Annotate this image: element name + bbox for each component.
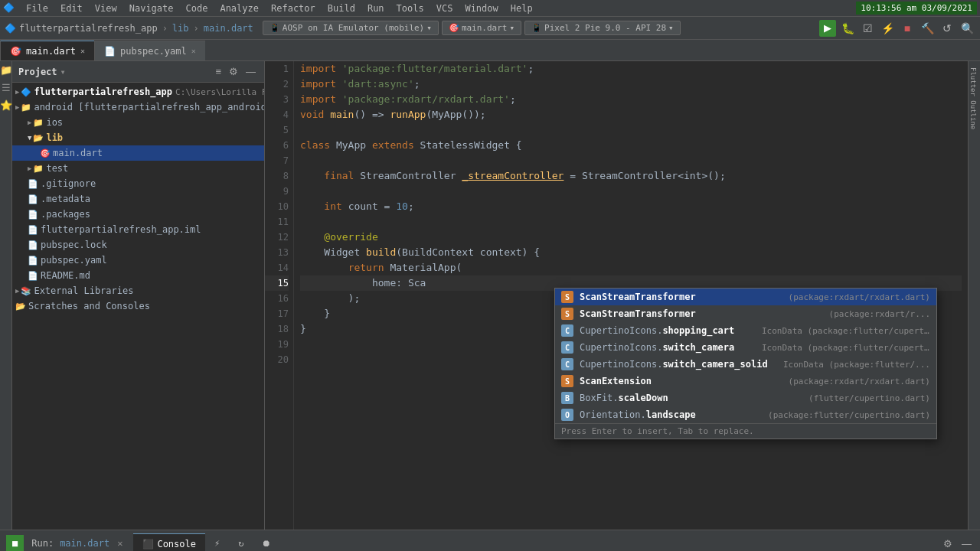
run-button[interactable]: ▶ [819, 20, 836, 37]
code-editor[interactable]: 1 2 3 4 5 6 7 8 9 10 11 12 13 14 15 16 1… [265, 61, 968, 530]
run-close-icon[interactable]: ✕ [117, 538, 122, 549]
iml-icon: 📄 [28, 225, 38, 235]
tree-item-pubspec-lock[interactable]: 📄 pubspec.lock [12, 237, 264, 253]
ac-item-6[interactable]: S ScanExtension (package:rxdart/rxdart.d… [555, 373, 936, 390]
menu-bar: 🔷 File Edit View Navigate Code Analyze R… [0, 0, 980, 17]
breadcrumb-lib[interactable]: lib [172, 23, 189, 34]
bottom-settings-btn[interactable]: ⚙ [941, 537, 955, 550]
menu-tools[interactable]: Tools [390, 2, 430, 15]
ac-type-8: (package:flutter/cupertino.dart) [768, 410, 930, 420]
project-toggle-icon[interactable]: 📁 [0, 64, 12, 76]
menu-build[interactable]: Build [322, 2, 361, 15]
emulator-selector[interactable]: 📱 AOSP on IA Emulator (mobile) ▾ [263, 21, 439, 35]
tab-pubspec-yaml[interactable]: 📄 pubspec.yaml ✕ [94, 41, 205, 60]
ac-item-8[interactable]: O Orientation.landscape (package:flutter… [555, 406, 936, 423]
tree-item-readme[interactable]: 📄 README.md [12, 268, 264, 283]
bottom-tab-console[interactable]: ⬛ Console [133, 533, 205, 551]
project-tree: ▶ 🔷 flutterpartialrefresh_app C:\Users\L… [12, 83, 264, 530]
stop-button[interactable]: ■ [899, 20, 916, 37]
structure-icon[interactable]: ☰ [2, 82, 11, 93]
run-file-label[interactable]: main.dart [60, 538, 109, 549]
build-button[interactable]: 🔨 [919, 20, 936, 37]
tree-item-gitignore[interactable]: 📄 .gitignore [12, 176, 264, 191]
emulator-dropdown-icon: ▾ [426, 23, 432, 33]
ac-name-3: CupertinoIcons.shopping_cart [580, 325, 756, 336]
tree-item-ios[interactable]: ▶ 📁 ios [12, 115, 264, 130]
search-everywhere-button[interactable]: 🔍 [959, 20, 975, 37]
tree-label-ext-libs: External Libraries [34, 285, 133, 296]
menu-code[interactable]: Code [180, 2, 214, 15]
panel-settings[interactable]: ⚙ [227, 65, 240, 78]
flutter-reload[interactable]: ↺ [939, 20, 956, 37]
ac-icon-2: S [561, 308, 573, 320]
yaml-file-icon: 📄 [104, 46, 116, 57]
left-strip: 📁 ☰ ⭐ [0, 61, 12, 530]
main-dart-icon: 🎯 [40, 148, 51, 158]
brand-name[interactable]: flutterpartialrefresh_app [19, 23, 158, 34]
tab-pubspec-close[interactable]: ✕ [191, 47, 196, 55]
bottom-tab-record[interactable]: ⏺ [253, 533, 280, 551]
tab-main-dart-label: main.dart [26, 46, 76, 57]
bottom-tab-lightning[interactable]: ⚡ [205, 533, 229, 551]
tree-item-root[interactable]: ▶ 🔷 flutterpartialrefresh_app C:\Users\L… [12, 84, 264, 99]
device-selector[interactable]: 📱 Pixel 2 Pie 9.0 - API 28 ▾ [524, 21, 681, 35]
code-line-5 [300, 122, 962, 138]
tree-item-android[interactable]: ▶ 📁 android [flutterpartialrefresh_app_a… [12, 99, 264, 115]
panel-collapse-all[interactable]: ≡ [213, 65, 224, 78]
favorites-icon[interactable]: ⭐ [0, 99, 12, 111]
menu-navigate[interactable]: Navigate [123, 2, 180, 15]
toolbar-right: ▶ 🐛 ☑ ⚡ ■ 🔨 ↺ 🔍 [819, 20, 975, 37]
toolbar-brand: 🔷 flutterpartialrefresh_app › lib › main… [5, 23, 253, 34]
project-dropdown-icon[interactable]: ▾ [60, 67, 66, 77]
metadata-icon: 📄 [28, 194, 38, 204]
ac-icon-6: S [561, 375, 573, 387]
ac-item-3[interactable]: C CupertinoIcons.shopping_cart IconData … [555, 322, 936, 339]
breadcrumb-main[interactable]: main.dart [204, 23, 253, 34]
tree-item-ext-libs[interactable]: ▶ 📚 External Libraries [12, 283, 264, 298]
menu-analyze[interactable]: Analyze [214, 2, 265, 15]
code-line-12: @override [300, 230, 962, 245]
profile-button[interactable]: ⚡ [879, 20, 896, 37]
menu-help[interactable]: Help [505, 2, 539, 15]
menu-edit[interactable]: Edit [54, 2, 89, 15]
tree-item-lib[interactable]: ▼ 📂 lib [12, 130, 264, 145]
emulator-label: AOSP on IA Emulator (mobile) [283, 23, 424, 33]
menu-window[interactable]: Window [459, 2, 504, 15]
ac-icon-8: O [561, 409, 573, 421]
tree-item-packages[interactable]: 📄 .packages [12, 207, 264, 222]
bottom-tab-reload[interactable]: ↻ [229, 533, 253, 551]
tree-item-main-dart[interactable]: 🎯 main.dart [12, 145, 264, 161]
bottom-minimize-btn[interactable]: — [959, 537, 974, 550]
code-line-10: int count = 10; [300, 199, 962, 214]
right-tab-flutter[interactable]: Flutter Outline [969, 64, 980, 132]
tree-item-test[interactable]: ▶ 📁 test [12, 161, 264, 176]
tree-item-pubspec-yaml[interactable]: 📄 pubspec.yaml [12, 253, 264, 268]
tree-label-root: flutterpartialrefresh_app [34, 86, 172, 97]
ac-item-4[interactable]: C CupertinoIcons.switch_camera IconData … [555, 339, 936, 356]
ac-item-1[interactable]: S ScanStreamTransformer (package:rxdart/… [555, 289, 936, 305]
menu-run[interactable]: Run [361, 2, 390, 15]
tree-item-scratches[interactable]: 📂 Scratches and Consoles [12, 298, 264, 314]
tab-main-dart-close[interactable]: ✕ [80, 47, 85, 55]
tab-main-dart[interactable]: 🎯 main.dart ✕ [0, 41, 94, 60]
run-config-selector[interactable]: 🎯 main.dart ▾ [442, 21, 521, 35]
tree-arrow-root: ▶ [15, 88, 19, 96]
panel-header-actions: ≡ ⚙ — [213, 65, 258, 78]
tree-item-metadata[interactable]: 📄 .metadata [12, 191, 264, 207]
coverage-button[interactable]: ☑ [859, 20, 876, 37]
lib-folder-icon: 📂 [33, 133, 44, 143]
menu-vcs[interactable]: VCS [430, 2, 459, 15]
tree-item-iml[interactable]: 📄 flutterpartialrefresh_app.iml [12, 222, 264, 237]
code-line-9 [300, 184, 962, 199]
menu-refactor[interactable]: Refactor [265, 2, 322, 15]
menu-file[interactable]: File [20, 2, 54, 15]
run-stop-button[interactable]: ■ [6, 535, 24, 551]
panel-close[interactable]: — [243, 65, 258, 78]
debug-button[interactable]: 🐛 [839, 20, 856, 37]
ac-item-7[interactable]: B BoxFit.scaleDown (flutter/cupertino.da… [555, 390, 936, 406]
reload-icon: ↻ [238, 538, 243, 549]
ac-item-5[interactable]: C CupertinoIcons.switch_camera_solid Ico… [555, 356, 936, 373]
ext-libs-icon: 📚 [21, 286, 31, 296]
ac-item-2[interactable]: S ScanStreamTransformer (package:rxdart/… [555, 305, 936, 322]
menu-view[interactable]: View [89, 2, 123, 15]
